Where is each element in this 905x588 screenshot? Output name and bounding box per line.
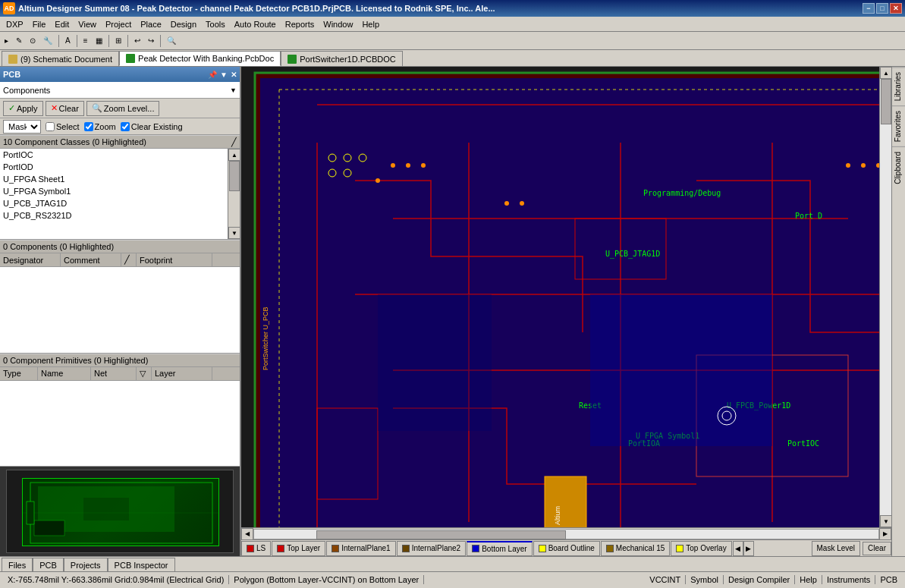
toolbar-btn-3[interactable]: ⊙ xyxy=(27,33,39,49)
toolbar-btn-5[interactable]: A xyxy=(62,33,74,49)
sidebar-tab-libraries[interactable]: Libraries xyxy=(892,67,905,105)
zoom-level-button[interactable]: 🔍 Zoom Level... xyxy=(86,101,160,116)
svg-point-51 xyxy=(421,163,426,168)
close-button[interactable]: ✕ xyxy=(890,3,902,14)
layer-color-topoverlay xyxy=(676,545,683,552)
sidebar-tab-favorites[interactable]: Favorites xyxy=(892,105,905,146)
clear-existing-checkbox-label[interactable]: Clear Existing xyxy=(121,122,183,131)
primitives-table-header: Type Name Net ▽ Layer xyxy=(0,367,240,381)
clear-button[interactable]: ✕ Clear xyxy=(46,101,84,116)
layer-tab-ls[interactable]: LS xyxy=(241,541,271,556)
mask-dropdown[interactable]: Mask xyxy=(3,120,41,134)
apply-button[interactable]: ✓ Apply xyxy=(3,101,43,116)
menu-reports[interactable]: Reports xyxy=(281,18,319,30)
zoom-checkbox[interactable] xyxy=(84,122,93,131)
panel-pin-icon[interactable]: 📌 xyxy=(208,71,217,79)
bottom-tab-pcb[interactable]: PCB xyxy=(33,558,64,571)
components-dropdown[interactable]: Components ▼ xyxy=(0,82,240,99)
bottom-tab-pcb-inspector[interactable]: PCB Inspector xyxy=(108,558,175,571)
scroll-track[interactable] xyxy=(880,79,891,515)
status-symbol: Symbol xyxy=(686,575,724,584)
list-item[interactable]: U_PCB_RS2321D xyxy=(0,209,240,222)
menu-tools[interactable]: Tools xyxy=(201,18,230,30)
scroll-thumb[interactable] xyxy=(229,161,240,191)
sidebar-tab-clipboard[interactable]: Clipboard xyxy=(892,146,905,189)
canvas-scroll-up[interactable]: ▲ xyxy=(880,67,891,79)
component-classes-scrollbar[interactable]: ▲ ▼ xyxy=(228,149,240,239)
grid-value: Grid:0.984mil xyxy=(115,575,164,584)
toolbar-btn-1[interactable]: ▸ xyxy=(2,33,11,49)
tab-schematic[interactable]: (9) Schematic Document xyxy=(2,51,119,66)
layer-clear-button[interactable]: Clear xyxy=(863,542,891,555)
menu-project[interactable]: Project xyxy=(101,18,136,30)
layer-tab-masklevel[interactable]: Mask Level xyxy=(812,541,861,556)
list-item[interactable]: U_FPGA Sheet1 xyxy=(0,173,240,185)
maximize-button[interactable]: □ xyxy=(876,3,888,14)
menu-edit[interactable]: Edit xyxy=(50,18,74,30)
menu-help[interactable]: Help xyxy=(357,18,384,30)
hscroll-left-btn[interactable]: ◀ xyxy=(241,528,253,540)
pcb2-icon xyxy=(288,55,297,64)
clear-existing-checkbox[interactable] xyxy=(121,122,130,131)
scroll-down-btn[interactable]: ▼ xyxy=(228,227,240,239)
menu-file[interactable]: File xyxy=(28,18,51,30)
pcb-board-svg: Programming/Debug Port D U_FPGA Symbol1 … xyxy=(241,67,891,527)
col-sort2[interactable]: ▽ xyxy=(137,367,152,380)
scroll-up-btn[interactable]: ▲ xyxy=(228,149,240,161)
select-checkbox-label[interactable]: Select xyxy=(46,122,80,131)
layer-tab-ip2[interactable]: InternalPlane2 xyxy=(397,541,467,556)
layer-tab-outline[interactable]: Board Outline xyxy=(533,541,600,556)
list-item[interactable]: PortIOD xyxy=(0,161,240,173)
hscroll-right-btn[interactable]: ▶ xyxy=(879,528,891,540)
toolbar-btn-4[interactable]: 🔧 xyxy=(40,33,55,49)
list-item[interactable]: U_PCB_JTAG1D xyxy=(0,197,240,209)
select-checkbox[interactable] xyxy=(46,122,55,131)
tab-pcb-main-label: Peak Detector With Banking.PcbDoc xyxy=(138,54,274,63)
minimap-container xyxy=(0,467,240,556)
menu-view[interactable]: View xyxy=(74,18,101,30)
toolbar-btn-8[interactable]: ⊞ xyxy=(112,33,124,49)
svg-point-49 xyxy=(391,163,395,168)
toolbar-btn-undo[interactable]: ↩ xyxy=(131,33,143,49)
canvas-vscrollbar[interactable]: ▲ ▼ xyxy=(879,67,891,527)
pcb-canvas[interactable]: Programming/Debug Port D U_FPGA Symbol1 … xyxy=(241,67,891,527)
bottom-tab-projects[interactable]: Projects xyxy=(64,558,108,571)
layer-nav-prev[interactable]: ◀ xyxy=(733,541,743,556)
toolbar-btn-redo[interactable]: ↪ xyxy=(145,33,157,49)
zoom-checkbox-label[interactable]: Zoom xyxy=(84,122,116,131)
tab-pcb-main[interactable]: Peak Detector With Banking.PcbDoc xyxy=(119,51,281,66)
panel-menu-icon[interactable]: ▼ xyxy=(220,71,228,79)
panel-close-icon[interactable]: ✕ xyxy=(231,71,237,79)
hscroll-track[interactable] xyxy=(253,529,879,539)
layer-tab-ip1[interactable]: InternalPlane1 xyxy=(326,541,396,556)
menu-design[interactable]: Design xyxy=(166,18,201,30)
toolbar-btn-6[interactable]: ≡ xyxy=(80,33,91,49)
minimize-button[interactable]: − xyxy=(863,3,875,14)
col-sort[interactable]: ╱ xyxy=(121,253,137,266)
layer-tab-top[interactable]: Top Layer xyxy=(272,541,325,556)
list-item[interactable]: PortIOC xyxy=(0,149,240,161)
layer-tab-mech15[interactable]: Mechanical 15 xyxy=(601,541,670,556)
dropdown-arrow-icon: ▼ xyxy=(230,86,237,94)
layer-tab-bottom[interactable]: Bottom Layer xyxy=(467,541,532,556)
menu-autoroute[interactable]: Auto Route xyxy=(230,18,281,30)
panel-options: Mask Select Zoom Clear Existing xyxy=(0,118,240,135)
scroll-thumb[interactable] xyxy=(881,79,891,124)
toolbar-btn-zoom[interactable]: 🔍 xyxy=(164,33,179,49)
menu-place[interactable]: Place xyxy=(136,18,166,30)
bottom-tab-files[interactable]: Files xyxy=(2,558,33,571)
svg-text:PortIOC: PortIOC xyxy=(787,439,819,448)
electrical-grid-value: (Electrical Grid) xyxy=(167,575,225,584)
menu-window[interactable]: Window xyxy=(319,18,357,30)
toolbar-btn-2[interactable]: ✎ xyxy=(13,33,25,49)
tab-pcb-portswitcher[interactable]: PortSwitcher1D.PCBDOC xyxy=(281,51,403,66)
menu-dxp[interactable]: DXP xyxy=(2,18,28,30)
svg-rect-58 xyxy=(590,294,772,446)
canvas-scroll-down[interactable]: ▼ xyxy=(880,515,891,527)
status-help: Help xyxy=(795,575,822,584)
layer-tab-topoverlay[interactable]: Top Overlay xyxy=(671,541,731,556)
toolbar-btn-7[interactable]: ▦ xyxy=(93,33,105,49)
hscroll-thumb[interactable] xyxy=(316,530,566,539)
layer-nav-next[interactable]: ▶ xyxy=(743,541,754,556)
list-item[interactable]: U_FPGA Symbol1 xyxy=(0,185,240,197)
